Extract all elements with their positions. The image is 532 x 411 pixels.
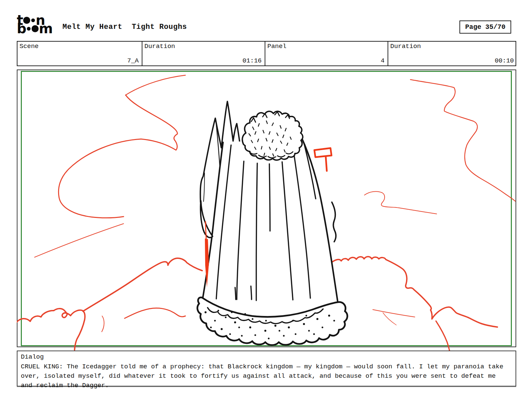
panel-duration-cell: Duration 00:10 [388,42,517,65]
dialog-box: Dialog CRUEL KING: The Icedagger told me… [17,351,516,386]
logo-letter: m [39,23,53,34]
scene-duration-label: Duration [144,43,175,50]
logo-dot-icon [31,18,35,22]
toonboom-logo: t n b m [17,15,52,34]
panel-number-value: 4 [381,57,385,64]
logo-dot-icon [32,25,39,32]
scene-duration-cell: Duration 01:16 [142,42,265,65]
scene-label: Scene [19,43,39,50]
scene-duration-value: 01:16 [242,57,262,64]
dialog-text-line: CRUEL KING: The Icedagger told me of a p… [21,362,512,371]
dialog-label: Dialog [21,353,512,361]
panel-info-table: Scene 7_A Duration 01:16 Panel 4 Duratio… [17,41,516,66]
project-subtitle-text: Tight Roughs [132,23,187,31]
project-title: Melt My HeartTight Roughs [62,23,187,31]
panel-number-label: Panel [267,43,286,50]
scene-value: 7_A [127,57,139,64]
project-title-text: Melt My Heart [62,23,122,31]
panel-duration-label: Duration [390,43,421,50]
scene-cell: Scene 7_A [17,42,142,65]
toonboom-logo-line2: b m [17,23,52,34]
dialog-text-line: and reclaim the Dagger. [21,381,512,390]
panel-number-cell: Panel 4 [265,42,388,65]
camera-frame-border [21,71,512,346]
logo-letter: b [17,23,26,34]
page-number-label: Page 35/70 [465,23,505,31]
panel-duration-value: 00:10 [495,57,514,64]
page-number-box: Page 35/70 [459,20,511,34]
logo-dot-icon [27,27,31,31]
dialog-text-line: over, isolated myself, did whatever it t… [21,371,512,381]
